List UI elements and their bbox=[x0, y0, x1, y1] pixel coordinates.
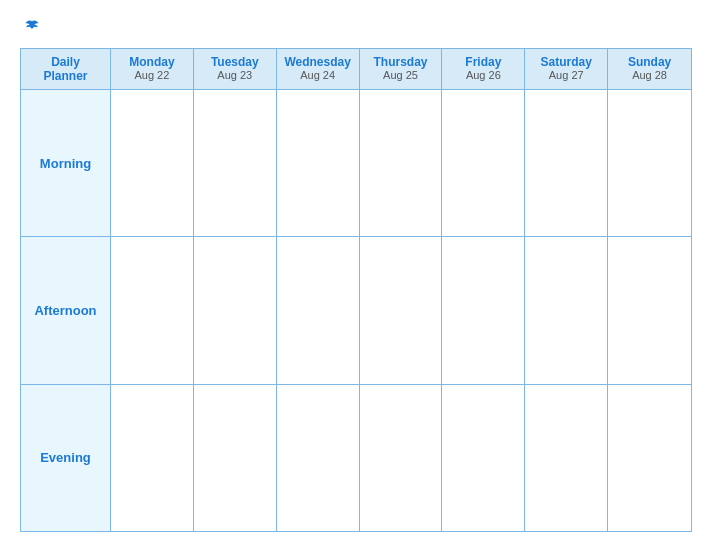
row-label-morning: Morning bbox=[21, 90, 111, 236]
calendar-body: MorningAfternoonEvening bbox=[21, 90, 691, 531]
cell-evening-Aug-26[interactable] bbox=[442, 385, 525, 531]
header-day-date: Aug 24 bbox=[281, 69, 355, 81]
cell-afternoon-Aug-25[interactable] bbox=[360, 237, 443, 383]
header-day-Aug-24: Wednesday Aug 24 bbox=[277, 49, 360, 90]
header-day-name: Sunday bbox=[612, 55, 687, 69]
header-day-Aug-25: Thursday Aug 25 bbox=[360, 49, 443, 90]
cell-afternoon-Aug-24[interactable] bbox=[277, 237, 360, 383]
cell-morning-Aug-28[interactable] bbox=[608, 90, 691, 236]
header-day-Aug-23: Tuesday Aug 23 bbox=[194, 49, 277, 90]
cell-evening-Aug-27[interactable] bbox=[525, 385, 608, 531]
header-day-name: Tuesday bbox=[198, 55, 272, 69]
header-day-Aug-27: Saturday Aug 27 bbox=[525, 49, 608, 90]
header-day-name: Saturday bbox=[529, 55, 603, 69]
cell-morning-Aug-24[interactable] bbox=[277, 90, 360, 236]
logo-bird-icon bbox=[24, 18, 40, 34]
header-day-name: Wednesday bbox=[281, 55, 355, 69]
header-day-date: Aug 27 bbox=[529, 69, 603, 81]
cell-evening-Aug-28[interactable] bbox=[608, 385, 691, 531]
calendar-table: Daily Planner Monday Aug 22 Tuesday Aug … bbox=[20, 48, 692, 532]
calendar-row-morning: Morning bbox=[21, 90, 691, 237]
cell-morning-Aug-26[interactable] bbox=[442, 90, 525, 236]
cell-afternoon-Aug-22[interactable] bbox=[111, 237, 194, 383]
cell-afternoon-Aug-23[interactable] bbox=[194, 237, 277, 383]
cell-afternoon-Aug-27[interactable] bbox=[525, 237, 608, 383]
cell-evening-Aug-25[interactable] bbox=[360, 385, 443, 531]
row-label-evening: Evening bbox=[21, 385, 111, 531]
cell-evening-Aug-24[interactable] bbox=[277, 385, 360, 531]
logo-area bbox=[20, 18, 42, 34]
header-day-date: Aug 23 bbox=[198, 69, 272, 81]
calendar-row-afternoon: Afternoon bbox=[21, 237, 691, 384]
header-day-name: Friday bbox=[446, 55, 520, 69]
cell-afternoon-Aug-26[interactable] bbox=[442, 237, 525, 383]
header-label-cell: Daily Planner bbox=[21, 49, 111, 90]
page: Daily Planner Monday Aug 22 Tuesday Aug … bbox=[0, 0, 712, 550]
cell-evening-Aug-23[interactable] bbox=[194, 385, 277, 531]
cell-morning-Aug-23[interactable] bbox=[194, 90, 277, 236]
header-day-date: Aug 28 bbox=[612, 69, 687, 81]
header-day-Aug-28: Sunday Aug 28 bbox=[608, 49, 691, 90]
calendar-header-row: Daily Planner Monday Aug 22 Tuesday Aug … bbox=[21, 49, 691, 90]
header-daily-planner: Daily Planner bbox=[25, 55, 106, 83]
header-day-name: Thursday bbox=[364, 55, 438, 69]
header-day-date: Aug 25 bbox=[364, 69, 438, 81]
header-day-Aug-22: Monday Aug 22 bbox=[111, 49, 194, 90]
header-day-Aug-26: Friday Aug 26 bbox=[442, 49, 525, 90]
cell-evening-Aug-22[interactable] bbox=[111, 385, 194, 531]
cell-afternoon-Aug-28[interactable] bbox=[608, 237, 691, 383]
calendar-row-evening: Evening bbox=[21, 385, 691, 531]
cell-morning-Aug-22[interactable] bbox=[111, 90, 194, 236]
cell-morning-Aug-25[interactable] bbox=[360, 90, 443, 236]
header-day-date: Aug 26 bbox=[446, 69, 520, 81]
logo-text bbox=[20, 18, 42, 34]
cell-morning-Aug-27[interactable] bbox=[525, 90, 608, 236]
header bbox=[20, 18, 692, 34]
header-day-name: Monday bbox=[115, 55, 189, 69]
row-label-afternoon: Afternoon bbox=[21, 237, 111, 383]
header-day-date: Aug 22 bbox=[115, 69, 189, 81]
